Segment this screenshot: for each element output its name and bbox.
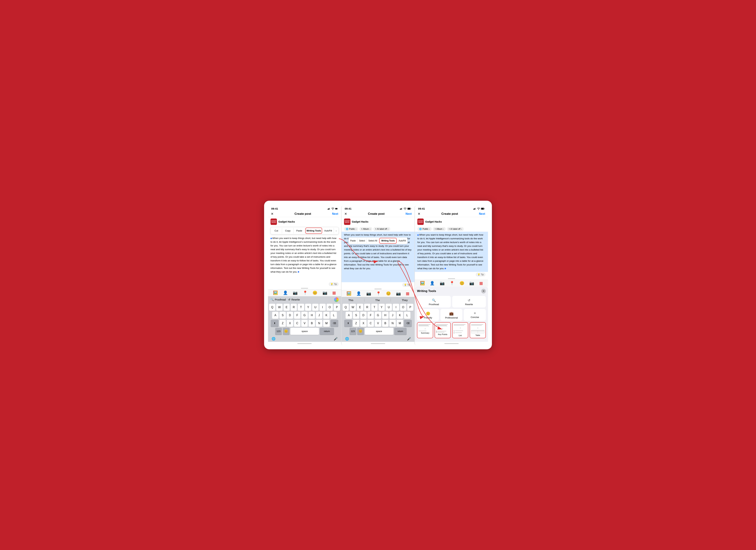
- key-r-1[interactable]: R: [291, 304, 297, 311]
- key-w-2[interactable]: W: [350, 304, 356, 311]
- key-x-1[interactable]: X: [287, 320, 293, 327]
- paste-button-1[interactable]: Paste: [294, 228, 305, 233]
- key-w-1[interactable]: W: [276, 304, 282, 311]
- proofread-cell-3[interactable]: 🔍 Proofread: [417, 296, 451, 307]
- media-grid-icon-3[interactable]: ▦: [479, 281, 483, 286]
- key-l-1[interactable]: L: [330, 312, 337, 319]
- key-p-2[interactable]: P: [407, 304, 413, 311]
- media-camera-icon-2[interactable]: 📷: [396, 291, 401, 296]
- media-grid-icon[interactable]: ▦: [332, 291, 336, 295]
- media-video-icon[interactable]: 📷: [293, 291, 298, 295]
- writing-tools-close-button-3[interactable]: ✕: [481, 289, 486, 293]
- key-j-1[interactable]: J: [316, 312, 322, 319]
- key-a-2[interactable]: A: [346, 312, 352, 319]
- writing-tools-button-1[interactable]: Writing Tools: [305, 228, 322, 234]
- key-s-1[interactable]: S: [279, 312, 286, 319]
- media-camera-icon-3[interactable]: 📷: [469, 281, 474, 286]
- key-return-2[interactable]: return: [394, 328, 407, 335]
- media-photo-icon[interactable]: 🖼️: [273, 291, 278, 295]
- media-people-icon-2[interactable]: 👤: [356, 291, 361, 296]
- concise-cell-3[interactable]: ≡ Concise: [464, 309, 486, 321]
- media-emoji-icon-2[interactable]: 😊: [386, 291, 391, 296]
- key-n-1[interactable]: N: [316, 320, 322, 327]
- key-d-1[interactable]: D: [287, 312, 293, 319]
- autofill-button-1[interactable]: AutoFill: [322, 228, 334, 233]
- copy-button-1[interactable]: Copy: [282, 228, 293, 233]
- media-people-icon[interactable]: 👤: [283, 291, 288, 295]
- mic-icon-1[interactable]: 🎤: [334, 337, 338, 341]
- proofread-button-1[interactable]: 🔍 Proofread: [271, 298, 286, 301]
- key-delete-1[interactable]: ⌫: [330, 320, 338, 327]
- key-delete-2[interactable]: ⌫: [404, 320, 412, 327]
- key-emoji-1[interactable]: 😊: [283, 328, 290, 335]
- media-photo-icon-3[interactable]: 🖼️: [420, 281, 425, 286]
- key-t-2[interactable]: T: [371, 304, 377, 311]
- cut-button-1[interactable]: Cut: [271, 228, 282, 233]
- key-space-1[interactable]: space: [290, 328, 319, 335]
- key-f-2[interactable]: F: [367, 312, 374, 319]
- close-button-1[interactable]: ✕: [271, 212, 274, 216]
- close-button-2[interactable]: ✕: [344, 212, 347, 216]
- key-y-1[interactable]: Y: [305, 304, 311, 311]
- public-button-2[interactable]: 🌐 Public ▾: [344, 227, 358, 231]
- key-n-2[interactable]: N: [389, 320, 396, 327]
- key-a-1[interactable]: A: [272, 312, 279, 319]
- key-k-2[interactable]: K: [397, 312, 403, 319]
- key-p-1[interactable]: P: [334, 304, 340, 311]
- key-points-cell-3[interactable]: ↓ Key Points: [435, 322, 451, 338]
- media-video-icon-2[interactable]: 📷: [366, 291, 371, 296]
- globe-icon-2b[interactable]: 🌐: [345, 337, 349, 341]
- key-v-1[interactable]: V: [301, 320, 308, 327]
- paste-button-2[interactable]: Paste: [349, 238, 358, 243]
- ai-label-button-2[interactable]: + AI label off ▾: [373, 227, 390, 231]
- key-z-2[interactable]: Z: [353, 320, 359, 327]
- key-e-2[interactable]: E: [357, 304, 363, 311]
- media-emoji-icon-3[interactable]: 😊: [460, 281, 464, 286]
- ai-label-button-3[interactable]: + AI label off ▾: [447, 227, 464, 231]
- key-emoji-2[interactable]: 😊: [357, 328, 364, 335]
- next-button-3[interactable]: Next: [479, 212, 485, 215]
- media-grid-icon-2[interactable]: ▦: [406, 291, 409, 296]
- key-r-2[interactable]: R: [364, 304, 370, 311]
- media-people-icon-3[interactable]: 👤: [430, 281, 435, 286]
- key-o-1[interactable]: O: [327, 304, 333, 311]
- pred-they-2[interactable]: They: [399, 299, 410, 302]
- list-cell-3[interactable]: ↓ 1. 2. List: [452, 322, 468, 338]
- tip-button-3[interactable]: 💡 Tip: [476, 273, 485, 277]
- rewrite-button-1[interactable]: ↺ Rewrite: [288, 298, 300, 301]
- album-button-2[interactable]: + Album ▾: [359, 227, 372, 231]
- pred-this-2[interactable]: This: [345, 299, 356, 302]
- close-button-3[interactable]: ✕: [418, 212, 420, 216]
- key-t-1[interactable]: T: [298, 304, 304, 311]
- key-h-2[interactable]: H: [382, 312, 389, 319]
- friendly-cell-3[interactable]: 🙂 Friendly: [417, 309, 439, 321]
- key-c-2[interactable]: C: [367, 320, 374, 327]
- media-location-icon[interactable]: 📍: [303, 291, 308, 295]
- key-space-2[interactable]: space: [365, 328, 393, 335]
- mic-icon-2[interactable]: 🎤: [407, 337, 411, 341]
- key-l-2[interactable]: L: [404, 312, 410, 319]
- key-i-1[interactable]: I: [319, 304, 326, 311]
- key-b-1[interactable]: B: [309, 320, 315, 327]
- key-q-1[interactable]: Q: [269, 304, 275, 311]
- key-i-2[interactable]: I: [393, 304, 399, 311]
- professional-cell-3[interactable]: 💼 Professional: [440, 309, 463, 321]
- album-button-3[interactable]: + Album ▾: [433, 227, 446, 231]
- rewrite-cell-3[interactable]: ↺ Rewrite: [452, 296, 486, 307]
- media-emoji-icon[interactable]: 😊: [313, 291, 317, 295]
- table-cell-3[interactable]: ↓ Table: [470, 322, 486, 338]
- text-area-3[interactable]: When you want to keep things short, but …: [415, 232, 488, 272]
- tip-button-1[interactable]: 💡 Tip: [329, 282, 338, 286]
- key-return-1[interactable]: return: [320, 328, 334, 335]
- text-area-1[interactable]: When you want to keep things short, but …: [268, 235, 341, 281]
- next-button-1[interactable]: Next: [332, 212, 338, 215]
- media-location-icon-3[interactable]: 📍: [450, 281, 454, 286]
- key-c-1[interactable]: C: [294, 320, 300, 327]
- key-s-2[interactable]: S: [353, 312, 359, 319]
- key-g-1[interactable]: G: [301, 312, 308, 319]
- writing-tools-button-2[interactable]: Writing Tools: [379, 238, 397, 244]
- key-e-1[interactable]: E: [283, 304, 290, 311]
- key-u-2[interactable]: U: [386, 304, 392, 311]
- public-button-3[interactable]: 🌐 Public ▾: [417, 227, 432, 231]
- key-g-2[interactable]: G: [375, 312, 381, 319]
